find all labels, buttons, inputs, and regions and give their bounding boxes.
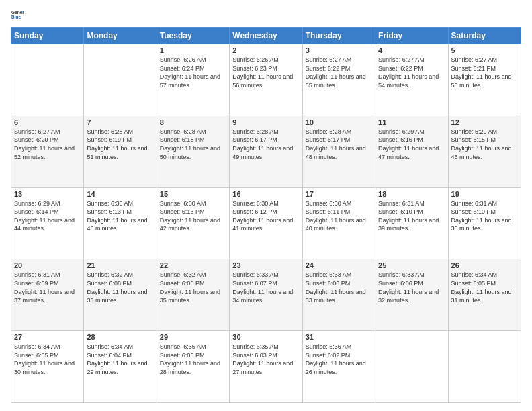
calendar-cell: 22Sunrise: 6:32 AMSunset: 6:08 PMDayligh… xyxy=(157,259,229,331)
day-info: Sunrise: 6:36 AMSunset: 6:02 PMDaylight:… xyxy=(306,343,366,375)
day-info: Sunrise: 6:28 AMSunset: 6:17 PMDaylight:… xyxy=(306,128,366,161)
day-info: Sunrise: 6:26 AMSunset: 6:23 PMDaylight:… xyxy=(232,56,293,89)
day-number: 20 xyxy=(14,261,81,269)
day-info: Sunrise: 6:28 AMSunset: 6:18 PMDaylight:… xyxy=(160,128,220,161)
day-info: Sunrise: 6:29 AMSunset: 6:14 PMDaylight:… xyxy=(14,200,75,232)
day-info: Sunrise: 6:30 AMSunset: 6:11 PMDaylight:… xyxy=(306,200,366,232)
day-info: Sunrise: 6:35 AMSunset: 6:03 PMDaylight:… xyxy=(160,343,220,375)
day-number: 14 xyxy=(87,190,153,198)
calendar-cell: 26Sunrise: 6:34 AMSunset: 6:05 PMDayligh… xyxy=(448,259,521,331)
calendar-week-row: 27Sunrise: 6:34 AMSunset: 6:05 PMDayligh… xyxy=(11,331,521,403)
calendar-week-row: 6Sunrise: 6:27 AMSunset: 6:20 PMDaylight… xyxy=(11,116,521,187)
day-info: Sunrise: 6:33 AMSunset: 6:07 PMDaylight:… xyxy=(232,271,293,304)
day-number: 24 xyxy=(306,261,372,269)
day-info: Sunrise: 6:27 AMSunset: 6:21 PMDaylight:… xyxy=(451,56,512,89)
day-header-friday: Friday xyxy=(375,28,448,44)
calendar-cell: 8Sunrise: 6:28 AMSunset: 6:18 PMDaylight… xyxy=(157,116,229,187)
day-number: 3 xyxy=(306,46,372,54)
calendar-cell xyxy=(448,331,521,403)
calendar-cell xyxy=(375,331,448,403)
day-number: 30 xyxy=(232,333,299,341)
calendar-cell: 30Sunrise: 6:35 AMSunset: 6:03 PMDayligh… xyxy=(230,331,302,403)
day-number: 31 xyxy=(306,333,372,341)
day-info: Sunrise: 6:26 AMSunset: 6:24 PMDaylight:… xyxy=(160,56,220,89)
day-info: Sunrise: 6:34 AMSunset: 6:04 PMDaylight:… xyxy=(87,343,147,375)
day-header-tuesday: Tuesday xyxy=(157,28,229,44)
calendar-week-row: 20Sunrise: 6:31 AMSunset: 6:09 PMDayligh… xyxy=(11,259,521,331)
day-number: 18 xyxy=(378,190,445,198)
calendar-cell: 18Sunrise: 6:31 AMSunset: 6:10 PMDayligh… xyxy=(375,187,448,259)
day-info: Sunrise: 6:27 AMSunset: 6:20 PMDaylight:… xyxy=(14,128,75,161)
calendar-cell: 24Sunrise: 6:33 AMSunset: 6:06 PMDayligh… xyxy=(302,259,375,331)
header: General Blue xyxy=(11,8,521,21)
day-number: 29 xyxy=(160,333,226,341)
calendar-cell: 17Sunrise: 6:30 AMSunset: 6:11 PMDayligh… xyxy=(302,187,375,259)
day-header-saturday: Saturday xyxy=(448,28,521,44)
calendar-cell: 12Sunrise: 6:29 AMSunset: 6:15 PMDayligh… xyxy=(448,116,521,187)
calendar-cell: 23Sunrise: 6:33 AMSunset: 6:07 PMDayligh… xyxy=(230,259,302,331)
logo-icon: General Blue xyxy=(11,8,24,21)
day-number: 22 xyxy=(160,261,226,269)
day-header-wednesday: Wednesday xyxy=(230,28,302,44)
day-number: 6 xyxy=(14,118,81,126)
calendar-cell xyxy=(11,44,84,116)
calendar-cell xyxy=(84,44,157,116)
calendar-cell: 4Sunrise: 6:27 AMSunset: 6:22 PMDaylight… xyxy=(375,44,448,116)
day-number: 4 xyxy=(378,46,445,54)
day-info: Sunrise: 6:32 AMSunset: 6:08 PMDaylight:… xyxy=(160,271,220,304)
day-info: Sunrise: 6:30 AMSunset: 6:12 PMDaylight:… xyxy=(232,200,293,232)
day-info: Sunrise: 6:29 AMSunset: 6:15 PMDaylight:… xyxy=(451,128,512,161)
calendar-cell: 11Sunrise: 6:29 AMSunset: 6:16 PMDayligh… xyxy=(375,116,448,187)
day-number: 15 xyxy=(160,190,226,198)
calendar-cell: 29Sunrise: 6:35 AMSunset: 6:03 PMDayligh… xyxy=(157,331,229,403)
day-info: Sunrise: 6:27 AMSunset: 6:22 PMDaylight:… xyxy=(378,56,439,89)
day-number: 5 xyxy=(451,46,518,54)
day-info: Sunrise: 6:31 AMSunset: 6:10 PMDaylight:… xyxy=(451,200,512,232)
day-number: 27 xyxy=(14,333,81,341)
calendar-cell: 1Sunrise: 6:26 AMSunset: 6:24 PMDaylight… xyxy=(157,44,229,116)
calendar-cell: 9Sunrise: 6:28 AMSunset: 6:17 PMDaylight… xyxy=(230,116,302,187)
calendar-cell: 28Sunrise: 6:34 AMSunset: 6:04 PMDayligh… xyxy=(84,331,157,403)
calendar-cell: 21Sunrise: 6:32 AMSunset: 6:08 PMDayligh… xyxy=(84,259,157,331)
calendar-cell: 20Sunrise: 6:31 AMSunset: 6:09 PMDayligh… xyxy=(11,259,84,331)
day-info: Sunrise: 6:28 AMSunset: 6:17 PMDaylight:… xyxy=(232,128,293,161)
calendar-cell: 25Sunrise: 6:33 AMSunset: 6:06 PMDayligh… xyxy=(375,259,448,331)
day-number: 7 xyxy=(87,118,153,126)
day-number: 26 xyxy=(451,261,518,269)
day-info: Sunrise: 6:29 AMSunset: 6:16 PMDaylight:… xyxy=(378,128,439,161)
day-number: 17 xyxy=(306,190,372,198)
day-info: Sunrise: 6:33 AMSunset: 6:06 PMDaylight:… xyxy=(378,271,439,304)
day-number: 11 xyxy=(378,118,445,126)
day-number: 16 xyxy=(232,190,299,198)
day-header-thursday: Thursday xyxy=(302,28,375,44)
calendar-cell: 7Sunrise: 6:28 AMSunset: 6:19 PMDaylight… xyxy=(84,116,157,187)
day-number: 1 xyxy=(160,46,226,54)
day-info: Sunrise: 6:35 AMSunset: 6:03 PMDaylight:… xyxy=(232,343,293,375)
calendar-cell: 2Sunrise: 6:26 AMSunset: 6:23 PMDaylight… xyxy=(230,44,302,116)
day-header-monday: Monday xyxy=(84,28,157,44)
logo: General Blue xyxy=(11,8,24,21)
calendar-cell: 31Sunrise: 6:36 AMSunset: 6:02 PMDayligh… xyxy=(302,331,375,403)
day-info: Sunrise: 6:34 AMSunset: 6:05 PMDaylight:… xyxy=(451,271,512,304)
svg-text:Blue: Blue xyxy=(11,15,21,19)
calendar-cell: 3Sunrise: 6:27 AMSunset: 6:22 PMDaylight… xyxy=(302,44,375,116)
calendar-cell: 16Sunrise: 6:30 AMSunset: 6:12 PMDayligh… xyxy=(230,187,302,259)
day-header-sunday: Sunday xyxy=(11,28,84,44)
day-number: 2 xyxy=(232,46,299,54)
calendar-cell: 13Sunrise: 6:29 AMSunset: 6:14 PMDayligh… xyxy=(11,187,84,259)
day-number: 8 xyxy=(160,118,226,126)
calendar-week-row: 13Sunrise: 6:29 AMSunset: 6:14 PMDayligh… xyxy=(11,187,521,259)
day-number: 10 xyxy=(306,118,372,126)
day-number: 28 xyxy=(87,333,153,341)
calendar-cell: 27Sunrise: 6:34 AMSunset: 6:05 PMDayligh… xyxy=(11,331,84,403)
calendar-cell: 5Sunrise: 6:27 AMSunset: 6:21 PMDaylight… xyxy=(448,44,521,116)
day-info: Sunrise: 6:27 AMSunset: 6:22 PMDaylight:… xyxy=(306,56,366,89)
calendar-cell: 6Sunrise: 6:27 AMSunset: 6:20 PMDaylight… xyxy=(11,116,84,187)
calendar-cell: 10Sunrise: 6:28 AMSunset: 6:17 PMDayligh… xyxy=(302,116,375,187)
calendar-cell: 15Sunrise: 6:30 AMSunset: 6:13 PMDayligh… xyxy=(157,187,229,259)
day-number: 23 xyxy=(232,261,299,269)
day-number: 19 xyxy=(451,190,518,198)
day-info: Sunrise: 6:33 AMSunset: 6:06 PMDaylight:… xyxy=(306,271,366,304)
calendar-cell: 14Sunrise: 6:30 AMSunset: 6:13 PMDayligh… xyxy=(84,187,157,259)
day-info: Sunrise: 6:31 AMSunset: 6:09 PMDaylight:… xyxy=(14,271,75,304)
